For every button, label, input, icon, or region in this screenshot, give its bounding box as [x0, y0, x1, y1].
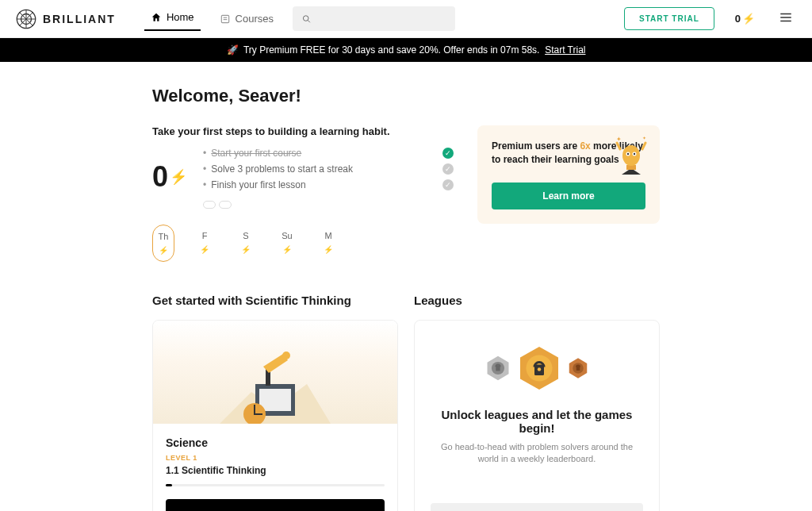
- leagues-card-title: Unlock leagues and let the games begin!: [431, 408, 643, 435]
- league-badges: [431, 344, 643, 392]
- nav-home-label: Home: [167, 11, 194, 23]
- brand-name: BRILLIANT: [43, 13, 116, 25]
- day-th[interactable]: Th⚡: [152, 225, 174, 262]
- promo-cta[interactable]: Start Trial: [545, 44, 585, 56]
- svg-point-36: [538, 367, 542, 371]
- svg-line-10: [308, 20, 310, 22]
- bolt-icon: ⚡: [282, 245, 292, 254]
- start-trial-button[interactable]: START TRIAL: [624, 7, 714, 30]
- svg-text:✦: ✦: [616, 136, 622, 143]
- day-s[interactable]: S⚡: [235, 225, 257, 262]
- course-level: LEVEL 1: [166, 454, 385, 462]
- bolt-icon: ⚡: [159, 246, 168, 255]
- day-f[interactable]: F⚡: [193, 225, 216, 262]
- learn-more-button[interactable]: Learn more: [492, 182, 645, 209]
- step-item-1: •Start your first course ✓: [203, 145, 454, 161]
- svg-point-19: [627, 153, 629, 155]
- silver-badge-icon: [484, 354, 512, 382]
- menu-button[interactable]: [776, 7, 796, 31]
- welcome-heading: Welcome, Seaver!: [152, 86, 660, 106]
- bolt-icon: ⚡: [742, 13, 755, 25]
- check-icon: ✓: [442, 179, 454, 190]
- courses-icon: [220, 13, 231, 25]
- streak-count: 0⚡: [152, 145, 187, 209]
- check-icon: ✓: [442, 163, 454, 175]
- gold-badge-icon: [515, 344, 563, 392]
- course-subject: Science: [166, 436, 385, 449]
- bolt-icon: ⚡: [324, 245, 333, 254]
- course-illustration: [153, 321, 397, 424]
- leagues-card-subtitle: Go head-to-head with problem solvers aro…: [431, 441, 643, 466]
- svg-point-29: [282, 352, 290, 359]
- course-section-title: Get started with Scientific Thinking: [152, 294, 398, 307]
- pill-indicators: [203, 201, 454, 209]
- course-card: Science LEVEL 1 1.1 Scientific Thinking …: [152, 320, 398, 511]
- steps-heading: Take your first steps to building a lear…: [152, 125, 454, 137]
- day-su[interactable]: Su⚡: [276, 225, 298, 262]
- search-input[interactable]: [311, 13, 446, 25]
- bolt-icon: ⚡: [241, 245, 251, 254]
- step-item-3: •Finish your first lesson ✓: [203, 177, 454, 193]
- svg-point-20: [634, 153, 635, 155]
- top-header: BRILLIANT Home Courses START TRIAL 0 ⚡: [0, 0, 812, 38]
- step-item-2: •Solve 3 problems to start a streak ✓: [203, 161, 454, 177]
- svg-point-9: [303, 15, 308, 21]
- nav-courses-label: Courses: [236, 13, 274, 25]
- bolt-icon: ⚡: [170, 168, 187, 186]
- day-streak-row: Th⚡ F⚡ S⚡ Su⚡ M⚡: [152, 225, 454, 262]
- check-icon: ✓: [442, 148, 454, 159]
- day-m[interactable]: M⚡: [317, 225, 339, 262]
- svg-text:✦: ✦: [642, 136, 646, 140]
- start-course-button[interactable]: Start course: [166, 499, 385, 511]
- bolt-icon: ⚡: [200, 245, 209, 254]
- mascot-icon: ✦ ✦: [614, 136, 649, 179]
- course-lesson: 1.1 Scientific Thinking: [166, 465, 385, 476]
- search-bar[interactable]: [293, 6, 455, 31]
- leagues-section-title: Leagues: [414, 294, 660, 307]
- premium-promo-card: Premium users are 6x more likely to reac…: [477, 125, 660, 224]
- home-icon: [151, 12, 162, 23]
- promo-text: Try Premium FREE for 30 days and save 20…: [243, 44, 540, 56]
- xp-progress: 0 of 175 XP to unlock: [431, 503, 643, 511]
- svg-point-16: [622, 145, 640, 166]
- leagues-card: Unlock leagues and let the games begin! …: [414, 320, 660, 511]
- nav-home[interactable]: Home: [144, 6, 201, 31]
- brand-logo[interactable]: BRILLIANT: [16, 9, 116, 29]
- progress-bar: [166, 484, 385, 486]
- svg-rect-25: [259, 389, 291, 411]
- brilliant-logo-icon: [16, 9, 36, 29]
- points-display: 0 ⚡: [735, 13, 755, 25]
- promo-banner: 🚀 Try Premium FREE for 30 days and save …: [0, 38, 812, 62]
- main-content: Welcome, Seaver! Take your first steps t…: [136, 62, 676, 511]
- hamburger-icon: [779, 10, 793, 25]
- nav-courses[interactable]: Courses: [213, 8, 280, 29]
- search-icon: [302, 14, 311, 24]
- bronze-badge-icon: [566, 356, 590, 380]
